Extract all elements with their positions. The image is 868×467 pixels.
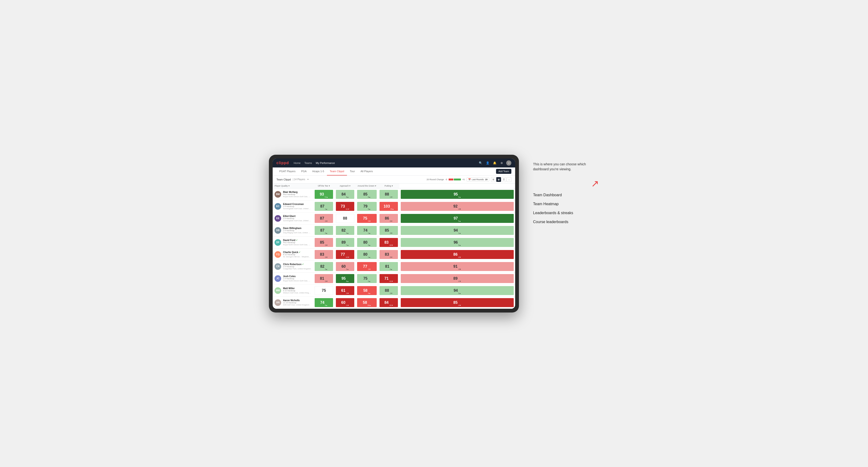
player-club: Royal North Devon Golf Club, United King… <box>283 195 311 198</box>
table-row[interactable]: CR Chris Robertson ✔ 1-5 Handicap Craigm… <box>273 260 515 272</box>
score-cell-p3-s0: 87 4▲ <box>313 224 335 236</box>
col-header-around-green[interactable]: Around the Green ▾ <box>356 184 378 188</box>
tab-pga[interactable]: PGA <box>299 167 309 176</box>
col-header-putting[interactable]: Putting ▾ <box>378 184 399 188</box>
table-row[interactable]: EC Edward Crossman 1-5 Handicap Sunningd… <box>273 200 515 212</box>
verified-icon: ✔ <box>302 263 304 266</box>
player-handicap: 6-10 Handicap <box>283 290 311 292</box>
pos-label: +5 <box>462 178 465 181</box>
score-cell-p9-s2: 58 10▲ <box>356 297 378 309</box>
score-change: 4▲ <box>325 232 328 235</box>
score-change: -3▼ <box>346 292 349 295</box>
table-row[interactable]: CQ Charlie Quick ✔ 6-10 Handicap St. Geo… <box>273 248 515 260</box>
score-box: 75 2▲ <box>357 274 377 283</box>
player-club: Sunningdale Golf Club, United Kingdom <box>283 220 311 222</box>
score-cell-p7-s4: 89 -2▼ <box>399 272 515 284</box>
view-list-button[interactable]: ☰ <box>501 177 506 182</box>
score-change: -1▼ <box>346 305 349 307</box>
tab-team-clippd[interactable]: Team Clippd <box>327 167 347 176</box>
annotation-option-3[interactable]: Course leaderboards <box>533 220 599 224</box>
nav-home[interactable]: Home <box>294 161 301 164</box>
score-value: 94 <box>454 228 458 232</box>
player-handicap: 1-5 Handicap <box>283 266 311 268</box>
table-row[interactable]: DF David Ford ✔ Plus Handicap Royal Nort… <box>273 236 515 248</box>
table-row[interactable]: MM Matt Miller 6-10 Handicap Woburn Golf… <box>273 284 515 297</box>
table-row[interactable]: DB Dave Billingham 1-5 Handicap Gog Mago… <box>273 224 515 236</box>
score-change: 9▲ <box>458 196 461 199</box>
score-value: 83 <box>320 252 324 257</box>
score-cell-p6-s4: 91 -3▼ <box>399 260 515 272</box>
score-value: 89 <box>342 240 346 245</box>
score-cell-p8-s1: 61 -3▼ <box>335 284 356 297</box>
score-change: -3▼ <box>324 220 328 223</box>
bell-icon[interactable]: 🔔 <box>492 160 497 165</box>
annotation-list: Team DashboardTeam HeatmapLeaderboards &… <box>533 193 599 224</box>
score-value: 97 <box>454 216 458 220</box>
tab-pgat-players[interactable]: PGAT Players <box>276 167 299 176</box>
edit-icon[interactable]: ✏ <box>307 178 309 181</box>
annotation-intro: This is where you can choose which dashb… <box>533 162 599 172</box>
score-cell-p1-s0: 87 1▲ <box>313 200 335 212</box>
tab-hcaps[interactable]: Hcaps 1-5 <box>309 167 327 176</box>
view-export-button[interactable]: ↓ <box>507 177 512 182</box>
score-cell-p9-s4: 85 -4▼ <box>399 297 515 309</box>
table-row[interactable]: EE Elliot Ebert 1-5 Handicap Sunningdale… <box>273 212 515 224</box>
player-club: Royal North Devon Golf Club, United King… <box>283 244 311 246</box>
score-cell-p0-s1: 84 6▲ <box>335 188 356 200</box>
nav-my-performance[interactable]: My Performance <box>316 161 335 164</box>
player-club: Woburn Golf Club, United Kingdom <box>283 292 311 294</box>
user-avatar[interactable]: U <box>506 160 512 165</box>
last-rounds-button[interactable]: 📅 Last Rounds: 20 <box>467 177 489 182</box>
score-box: 85 -4▼ <box>401 298 514 307</box>
player-cell-3: DB Dave Billingham 1-5 Handicap Gog Mago… <box>273 224 313 236</box>
col-header-approach[interactable]: Approach ▾ <box>335 184 356 188</box>
score-cell-p0-s4: 95 9▲ <box>399 188 515 200</box>
player-name: David Ford ✔ <box>283 239 311 242</box>
player-info: Josh Coles 1-5 Handicap Royal North Devo… <box>283 275 311 282</box>
annotation-option-2[interactable]: Leaderboards & streaks <box>533 211 599 215</box>
col-header-player[interactable]: Player Quality ▾ <box>273 184 313 188</box>
score-box: 86 -8▼ <box>401 250 514 259</box>
score-cell-p3-s4: 94 1▲ <box>399 224 515 236</box>
add-team-button[interactable]: Add Team <box>496 169 512 174</box>
score-value: 86 <box>385 216 389 220</box>
score-change: 3▲ <box>458 292 461 295</box>
score-change: 4▲ <box>390 269 393 271</box>
score-cell-p5-s1: 77 -14▼ <box>335 248 356 260</box>
table-row[interactable]: JC Josh Coles 1-5 Handicap Royal North D… <box>273 272 515 284</box>
score-box: 75 <box>315 286 333 295</box>
score-change: 1▲ <box>368 232 371 235</box>
score-box: 86 -6▼ <box>379 214 398 223</box>
score-box: 74 1▲ <box>357 226 377 235</box>
search-icon[interactable]: 🔍 <box>478 160 483 165</box>
score-box: 87 -3▼ <box>315 214 333 223</box>
view-grid-button[interactable]: ⊞ <box>491 177 496 182</box>
score-value: 83 <box>384 240 389 245</box>
round-change-bar <box>448 179 461 181</box>
score-value: 88 <box>385 192 389 196</box>
tab-tour[interactable]: Tour <box>347 167 358 176</box>
score-box: 75 -3▼ <box>357 214 377 223</box>
view-heatmap-button[interactable]: ▦ <box>496 177 501 182</box>
player-avatar: DB <box>275 227 281 234</box>
score-value: 74 <box>363 228 368 232</box>
verified-icon: ✔ <box>296 239 298 241</box>
nav-teams[interactable]: Teams <box>304 161 312 164</box>
score-value: 88 <box>343 216 347 220</box>
tab-all-players[interactable]: All Players <box>358 167 376 176</box>
table-row[interactable]: BM Blair McHarg Plus Handicap Royal Nort… <box>273 188 515 200</box>
score-cell-p1-s1: 73 -11▼ <box>335 200 356 212</box>
col-header-off-tee[interactable]: Off the Tee ▾ <box>313 184 335 188</box>
circle-plus-icon[interactable]: ⊕ <box>499 160 504 165</box>
annotation-option-1[interactable]: Team Heatmap <box>533 202 599 206</box>
player-handicap: 1-5 Handicap <box>283 278 311 280</box>
person-icon[interactable]: 👤 <box>485 160 490 165</box>
score-box: 58 10▲ <box>357 298 377 307</box>
score-cell-p7-s1: 95 8▲ <box>335 272 356 284</box>
table-row[interactable]: AN Aaron Nicholls 11-15 Handicap Drift G… <box>273 297 515 309</box>
score-cell-p5-s4: 86 -8▼ <box>399 248 515 260</box>
annotation-panel: This is where you can choose which dashb… <box>533 155 599 224</box>
score-change: -3▼ <box>324 256 328 259</box>
annotation-option-0[interactable]: Team Dashboard <box>533 193 599 197</box>
score-box: 87 1▲ <box>315 202 333 211</box>
